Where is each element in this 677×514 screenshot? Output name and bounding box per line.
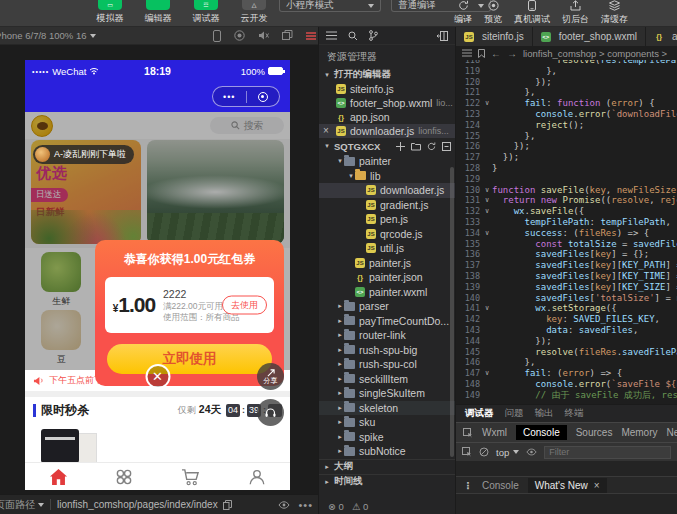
code-line[interactable]: 138 savedFiles[key][KEY_TIME] = new Date… [456,271,677,282]
section-大纲[interactable]: ▸大纲 [319,459,455,474]
code-line[interactable]: 140 savedFiles['totalSize'] = newFileSiz… [456,293,677,304]
tree-item-rush-spu-col[interactable]: ▸rush-spu-col [319,357,455,372]
breadcrumb[interactable]: lionfish_comshop > components > [523,48,667,59]
编译-button[interactable]: 编译 [448,0,478,26]
code-line[interactable]: 127 }); [456,152,677,163]
drawer-tab-what-s-new[interactable]: What's New× [528,478,607,493]
tree-item-painter-js[interactable]: JSpainter.js [319,256,455,271]
code-line[interactable]: 148 console.error(`saveFile ${key} faile… [456,379,677,390]
code-line[interactable]: 119 }, [456,66,677,77]
code-line[interactable]: 120 }); [456,77,677,88]
fold-icon[interactable]: ∨ [482,228,492,239]
panel-tab-输出[interactable]: 输出 [535,407,554,420]
open-editor-downloader-js[interactable]: ×JSdownloader.jslionfis... [319,124,455,138]
clear-console-icon[interactable] [479,447,489,457]
menu-icon[interactable] [306,31,316,41]
预览-button[interactable]: 预览 [478,0,508,26]
fold-icon[interactable]: ∨ [482,98,492,109]
devtools-tab-console[interactable]: Console [516,425,567,440]
code-line[interactable]: 146 }, [456,357,677,368]
tree-item-painter[interactable]: ▾painter [319,154,455,169]
inspect-icon[interactable] [462,447,472,457]
code-line[interactable]: 131∨ return new Promise((resolve, reject… [456,195,677,206]
code-line[interactable]: 125 }, [456,131,677,142]
open-editors-header[interactable]: ▾ 打开的编辑器 [319,67,455,82]
tree-item-painter-wxml[interactable]: <>painter.wxml [319,285,455,300]
close-icon[interactable]: × [323,126,329,136]
调试器-button[interactable]: ☲调试器 [186,0,226,25]
seckill-product-image[interactable] [41,429,101,465]
fold-icon[interactable]: ∨ [482,303,492,314]
forward-icon[interactable]: → [507,48,517,59]
tree-item-singleskuitem[interactable]: ▸singleSkuItem [319,386,455,401]
tree-item-paytimecountdo-[interactable]: ▸payTimeCountDo... [319,314,455,329]
problems-bar[interactable]: ⊗ 0 ⚠ 0 [319,498,455,514]
tree-item-sku[interactable]: ▸sku [319,415,455,430]
tree-item-parser[interactable]: ▸parser [319,299,455,314]
close-minimize-button[interactable] [247,92,280,102]
close-icon[interactable]: × [594,480,600,491]
code-line[interactable]: 132∨ wx.saveFile({ [456,206,677,217]
tree-item-pen-js[interactable]: JSpen.js [319,212,455,227]
code-line[interactable]: 130∨function saveFile(key, newFileSize, … [456,185,677,196]
切后台-button[interactable]: 切后台 [556,0,595,26]
tree-item-gradient-js[interactable]: JSgradient.js [319,198,455,213]
code-line[interactable]: 143 data: savedFiles, [456,325,677,336]
code-line[interactable]: 139 savedFiles[key][KEY_SIZE] = newFileS… [456,282,677,293]
kebab-menu-icon[interactable]: ⋮ [463,480,473,491]
editor-tab-footer_shop-wxml[interactable]: <>footer_shop.wxml [533,27,646,46]
refresh-icon[interactable] [427,142,436,151]
tree-item-skeleton[interactable]: ▸skeleton [319,401,455,416]
模拟器-button[interactable]: ▭模拟器 [90,0,130,25]
mute-icon[interactable] [258,30,269,41]
tab-category[interactable] [91,463,157,490]
eye-icon[interactable] [526,448,537,456]
record-icon[interactable] [234,30,245,41]
panel-tab-问题[interactable]: 问题 [505,407,524,420]
console-filter-input[interactable] [544,446,671,459]
back-icon[interactable]: ← [491,48,501,59]
tree-item-seckillitem[interactable]: ▸seckillItem [319,372,455,387]
编辑器-button[interactable]: 编辑器 [138,0,178,25]
panel-tab-终端[interactable]: 终端 [565,407,584,420]
code-line[interactable]: 147∨ fail: (error) => { [456,368,677,379]
mode-select[interactable]: 小程序模式 [279,0,381,12]
open-editor-footer_shop-wxml[interactable]: <>footer_shop.wxmllio... [319,96,455,110]
tab-profile[interactable] [224,463,290,490]
fold-icon[interactable]: ∨ [482,206,492,217]
open-editor-siteinfo-js[interactable]: JSsiteinfo.js [319,82,455,96]
editor-tab-app-json[interactable]: {}app.json [646,27,677,46]
真机调试-button[interactable]: 真机调试 [508,0,556,26]
tree-item-rush-spu-big[interactable]: ▸rush-spu-big [319,343,455,358]
code-line[interactable]: 134∨ success: (fileRes) => { [456,228,677,239]
code-line[interactable]: 123 console.error(`downloadFile failed: … [456,109,677,120]
open-editor-app-json[interactable]: {}app.json [319,110,455,124]
list-icon[interactable] [462,49,472,57]
context-select[interactable]: top [496,447,519,458]
split-panel-icon[interactable] [437,31,448,41]
collapse-all-icon[interactable] [442,142,451,151]
code-area[interactable]: 118 resolve(res.tempFilePath);119 },120 … [456,60,677,404]
explorer-scrollbar[interactable] [450,167,454,457]
devtools-tab-sources[interactable]: Sources [576,427,613,438]
new-file-icon[interactable] [396,142,405,151]
devtools-tab-wxml[interactable]: Wxml [482,427,507,438]
git-branch-icon[interactable] [369,30,378,41]
share-float-button[interactable]: 分享 [257,363,284,390]
code-line[interactable]: 136 savedFiles[key] = {}; [456,249,677,260]
tree-item-qrcode-js[interactable]: JSqrcode.js [319,227,455,242]
search-icon[interactable] [348,31,358,41]
device-selector[interactable]: iPhone 6/7/8 100% 16 [0,30,96,41]
code-line[interactable]: 135 const totalSize = savedFiles[KEY_TOT… [456,239,677,250]
page-path-selector[interactable]: 页面路径 [0,498,44,512]
new-folder-icon[interactable] [411,142,421,151]
code-line[interactable]: 124 reject(); [456,120,677,131]
service-float-button[interactable] [257,399,284,426]
multi-window-icon[interactable] [282,30,293,41]
more-menu-button[interactable]: ••• [213,92,246,102]
tab-home[interactable] [25,463,91,490]
code-line[interactable]: 121 }, [456,87,677,98]
code-line[interactable]: 149 // 由于 saveFile 成功后, res.tempFilePath [456,390,677,401]
drawer-tab-console[interactable]: Console [482,480,519,491]
copy-icon[interactable] [223,500,232,510]
